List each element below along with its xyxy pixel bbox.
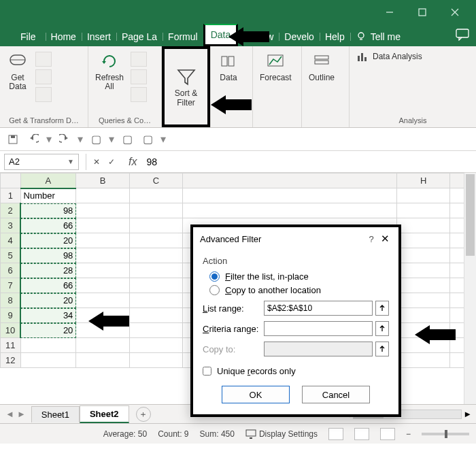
cell[interactable] bbox=[76, 353, 129, 368]
cell[interactable]: 20 bbox=[20, 323, 76, 338]
view-normal[interactable] bbox=[328, 428, 343, 440]
redo-button[interactable] bbox=[57, 132, 72, 147]
formula-input[interactable] bbox=[142, 154, 476, 170]
col-header-b[interactable]: B bbox=[76, 173, 129, 188]
sheet-tab-2[interactable]: Sheet2 bbox=[80, 405, 129, 423]
cell[interactable] bbox=[396, 353, 449, 368]
from-text-button[interactable] bbox=[35, 52, 52, 67]
cell[interactable] bbox=[129, 248, 182, 263]
maximize-button[interactable] bbox=[413, 3, 431, 21]
row-header[interactable]: 5 bbox=[1, 248, 21, 263]
criteria-range-input[interactable] bbox=[264, 321, 373, 336]
cell[interactable] bbox=[183, 188, 397, 203]
copy-to-picker[interactable] bbox=[375, 342, 389, 356]
cell[interactable] bbox=[76, 293, 129, 308]
properties-button[interactable] bbox=[131, 69, 147, 84]
cell[interactable] bbox=[129, 188, 182, 203]
copy-location-radio[interactable] bbox=[209, 285, 220, 295]
cell[interactable] bbox=[20, 353, 76, 368]
cell[interactable] bbox=[396, 263, 449, 278]
row-header[interactable]: 1 bbox=[1, 188, 21, 203]
cell[interactable] bbox=[396, 233, 449, 248]
edit-links-button[interactable] bbox=[131, 87, 147, 102]
cell[interactable] bbox=[129, 278, 182, 293]
col-header-a[interactable]: A bbox=[20, 173, 76, 188]
cell[interactable] bbox=[129, 353, 182, 368]
cell[interactable] bbox=[129, 308, 182, 323]
cell[interactable] bbox=[76, 188, 129, 203]
cell[interactable] bbox=[396, 278, 449, 293]
row-header[interactable]: 3 bbox=[1, 218, 21, 233]
cell[interactable] bbox=[129, 218, 182, 233]
col-header-h[interactable]: H bbox=[396, 173, 449, 188]
queries-button[interactable] bbox=[131, 52, 147, 67]
cell[interactable]: 34 bbox=[20, 308, 76, 323]
cell[interactable]: 20 bbox=[20, 293, 76, 308]
tab-file[interactable]: File bbox=[11, 27, 46, 46]
row-header[interactable]: 2 bbox=[1, 203, 21, 218]
cell[interactable] bbox=[183, 203, 397, 218]
criteria-range-picker[interactable] bbox=[375, 321, 389, 336]
cell[interactable] bbox=[396, 308, 449, 323]
col-header-hidden[interactable] bbox=[183, 173, 397, 188]
row-header[interactable]: 4 bbox=[1, 233, 21, 248]
tab-review-right[interactable]: ew bbox=[256, 27, 279, 46]
name-box[interactable]: A2 ▼ bbox=[4, 154, 79, 170]
list-range-input[interactable] bbox=[264, 301, 373, 316]
cell[interactable] bbox=[396, 218, 449, 233]
tab-page-layout[interactable]: Page La bbox=[116, 27, 163, 46]
data-tools-button[interactable]: Data bbox=[215, 49, 242, 84]
cancel-fx-button[interactable]: ✕ bbox=[93, 157, 108, 167]
undo-button[interactable] bbox=[26, 132, 41, 147]
from-web-button[interactable] bbox=[35, 69, 52, 84]
tab-developer[interactable]: Develo bbox=[279, 27, 320, 46]
display-settings[interactable]: Display Settings bbox=[245, 429, 318, 439]
ok-button[interactable]: OK bbox=[222, 386, 290, 403]
cell[interactable] bbox=[129, 233, 182, 248]
tab-home[interactable]: Home bbox=[46, 27, 82, 46]
sheet-nav-next[interactable]: ► bbox=[17, 409, 26, 419]
qat-button-1[interactable]: ▢ bbox=[88, 132, 103, 147]
refresh-all-button[interactable]: Refresh All bbox=[92, 49, 126, 93]
cell[interactable] bbox=[129, 293, 182, 308]
cell[interactable]: 98 bbox=[20, 203, 76, 218]
row-header[interactable]: 8 bbox=[1, 293, 21, 308]
tab-help[interactable]: Help bbox=[320, 27, 350, 46]
cell[interactable] bbox=[396, 248, 449, 263]
sheet-tab-1[interactable]: Sheet1 bbox=[31, 406, 80, 422]
get-data-button[interactable]: Get Data bbox=[4, 49, 31, 93]
col-header-c[interactable]: C bbox=[129, 173, 182, 188]
cell[interactable]: 66 bbox=[20, 218, 76, 233]
select-all[interactable] bbox=[1, 173, 21, 188]
cell[interactable]: 66 bbox=[20, 278, 76, 293]
cell[interactable] bbox=[396, 323, 449, 338]
cell[interactable] bbox=[129, 338, 182, 353]
cell[interactable] bbox=[76, 218, 129, 233]
cell[interactable] bbox=[76, 323, 129, 338]
vertical-scrollbar[interactable] bbox=[464, 173, 476, 404]
row-header[interactable]: 6 bbox=[1, 263, 21, 278]
unique-records-checkbox[interactable] bbox=[203, 367, 211, 376]
cell[interactable]: Number bbox=[20, 188, 76, 203]
cell[interactable]: 20 bbox=[20, 233, 76, 248]
cell[interactable] bbox=[129, 323, 182, 338]
cell[interactable] bbox=[396, 188, 449, 203]
from-table-button[interactable] bbox=[35, 87, 52, 102]
cell[interactable] bbox=[76, 278, 129, 293]
cell[interactable]: 28 bbox=[20, 263, 76, 278]
sort-filter-button[interactable]: Sort & Filter bbox=[166, 65, 206, 108]
cancel-button[interactable]: Cancel bbox=[302, 386, 370, 403]
cell[interactable] bbox=[396, 338, 449, 353]
list-range-picker[interactable] bbox=[375, 301, 389, 316]
row-header[interactable]: 11 bbox=[1, 338, 21, 353]
minimize-button[interactable] bbox=[381, 3, 398, 21]
cell[interactable] bbox=[76, 263, 129, 278]
filter-inplace-radio[interactable] bbox=[209, 271, 220, 282]
cell[interactable] bbox=[76, 233, 129, 248]
cell[interactable] bbox=[396, 293, 449, 308]
add-sheet-button[interactable]: ＋ bbox=[136, 407, 151, 422]
cell[interactable] bbox=[129, 203, 182, 218]
cell[interactable] bbox=[76, 203, 129, 218]
tab-data[interactable]: Data bbox=[203, 24, 239, 46]
tab-insert[interactable]: Insert bbox=[82, 27, 116, 46]
